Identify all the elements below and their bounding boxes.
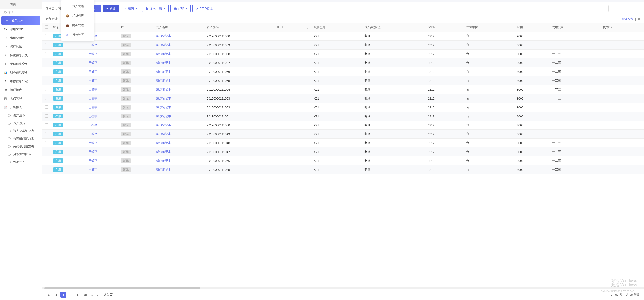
column-menu-icon[interactable]: ⋮ bbox=[356, 25, 360, 29]
edit-button[interactable]: ✎ 编辑 ▾ bbox=[121, 4, 140, 12]
sidebar-report-2[interactable]: 资产分类汇总表 bbox=[4, 127, 42, 135]
column-menu-icon[interactable]: ⋮ bbox=[638, 25, 641, 29]
table-row[interactable]: 在用 已签字 暂无 戴尔笔记本 20190000111052 X21 电脑 12… bbox=[42, 103, 644, 112]
row-checkbox[interactable] bbox=[45, 106, 48, 109]
new-button[interactable]: + 新建 bbox=[103, 4, 119, 12]
table-row[interactable]: 在用 已签字 暂无 戴尔笔记本 20190000111060 X21 电脑 12… bbox=[42, 32, 644, 41]
sidebar-item-5[interactable]: ✐维保信息变更 bbox=[0, 60, 42, 68]
column-menu-icon[interactable]: ⋮ bbox=[148, 25, 152, 29]
table-row[interactable]: 在用 已签字 暂无 戴尔笔记本 20190000111059 X21 电脑 12… bbox=[42, 41, 644, 50]
asset-name-link[interactable]: 戴尔笔记本 bbox=[156, 141, 171, 145]
column-menu-icon[interactable]: ⋮ bbox=[458, 25, 462, 29]
sidebar-item-1[interactable]: 🛡领用&退库 bbox=[0, 25, 42, 33]
sidebar-item-6[interactable]: 📊财务信息变更 bbox=[0, 68, 42, 77]
advanced-search-link[interactable]: 高级搜索 bbox=[621, 17, 633, 21]
sidebar-report-6[interactable]: 到期资产 bbox=[4, 158, 42, 166]
row-checkbox[interactable] bbox=[45, 168, 48, 171]
column-menu-icon[interactable]: ⋮ bbox=[306, 25, 309, 29]
table-row[interactable]: 在用 已签字 暂无 戴尔笔记本 20190000111050 X21 电脑 12… bbox=[42, 121, 644, 130]
sidebar-report-parent[interactable]: 📈 分析报表 ⌄ bbox=[0, 103, 42, 112]
asset-name-link[interactable]: 戴尔笔记本 bbox=[156, 114, 171, 118]
table-row[interactable]: 在用 已签字 暂无 戴尔笔记本 20190000111047 X21 电脑 12… bbox=[42, 148, 644, 156]
table-row[interactable]: 在用 已签字 暂无 戴尔笔记本 20190000111051 X21 电脑 12… bbox=[42, 112, 644, 121]
select-all-checkbox[interactable] bbox=[45, 25, 48, 28]
asset-name-link[interactable]: 戴尔笔记本 bbox=[156, 97, 171, 100]
sidebar-report-4[interactable]: 分类使用情况表 bbox=[4, 143, 42, 150]
column-menu-icon[interactable]: ⋮ bbox=[595, 25, 598, 29]
table-row[interactable]: 在用 已签字 暂无 戴尔笔记本 20190000111056 X21 电脑 12… bbox=[42, 67, 644, 76]
col-header-9[interactable]: 计量单位⋮ bbox=[464, 23, 515, 32]
col-header-6[interactable]: 规格型号⋮ bbox=[312, 23, 363, 32]
sidebar-item-7[interactable]: 🗎维修信息登记 bbox=[0, 77, 42, 86]
sidebar-report-1[interactable]: 资产履历 bbox=[4, 119, 42, 127]
asset-name-link[interactable]: 戴尔笔记本 bbox=[156, 159, 171, 162]
row-checkbox[interactable] bbox=[45, 159, 48, 162]
asset-name-link[interactable]: 戴尔笔记本 bbox=[156, 150, 171, 153]
col-header-10[interactable]: 金额⋮ bbox=[515, 23, 550, 32]
asset-name-link[interactable]: 戴尔笔记本 bbox=[156, 52, 171, 55]
pager-page-2[interactable]: 2 bbox=[68, 292, 74, 298]
row-checkbox[interactable] bbox=[45, 61, 48, 64]
sidebar-home[interactable]: ⌂ 首页 bbox=[0, 0, 42, 9]
row-checkbox[interactable] bbox=[45, 52, 48, 55]
col-header-5[interactable]: RFID⋮ bbox=[274, 23, 312, 32]
rfid-button[interactable]: ⟳ RFID管理 ▾ bbox=[192, 4, 219, 12]
sidebar-item-3[interactable]: ⇄资产调拨 bbox=[0, 42, 42, 51]
col-header-3[interactable]: 资产名称⋮ bbox=[154, 23, 205, 32]
row-checkbox[interactable] bbox=[45, 132, 48, 135]
asset-name-link[interactable]: 戴尔笔记本 bbox=[156, 88, 171, 91]
row-checkbox[interactable] bbox=[45, 34, 48, 37]
row-checkbox[interactable] bbox=[45, 97, 48, 100]
asset-name-link[interactable]: 戴尔笔记本 bbox=[156, 61, 171, 64]
row-checkbox[interactable] bbox=[45, 70, 48, 73]
asset-name-link[interactable]: 戴尔笔记本 bbox=[156, 123, 171, 127]
asset-name-link[interactable]: 戴尔笔记本 bbox=[156, 106, 171, 109]
sidebar-report-5[interactable]: 月增加对账表 bbox=[4, 150, 42, 158]
table-row[interactable]: 在用 已签字 暂无 戴尔笔记本 20190000111048 X21 电脑 12… bbox=[42, 139, 644, 148]
pager-size-select[interactable]: 50 ▾ bbox=[90, 292, 102, 298]
column-menu-icon[interactable]: ⋮ bbox=[420, 25, 423, 29]
table-row[interactable]: 在用 已签字 暂无 戴尔笔记本 20190000111049 X21 电脑 12… bbox=[42, 130, 644, 139]
asset-name-link[interactable]: 戴尔笔记本 bbox=[156, 132, 171, 136]
pager-page-1[interactable]: 1 bbox=[60, 292, 66, 298]
table-row[interactable]: 在用 已签字 暂无 戴尔笔记本 20190000111046 X21 电脑 12… bbox=[42, 156, 644, 165]
scroll-thumb[interactable] bbox=[44, 287, 200, 289]
table-row[interactable]: 在用 已签字 暂无 戴尔笔记本 20190000111053 X21 电脑 12… bbox=[42, 94, 644, 103]
col-header-2[interactable]: 片⋮ bbox=[119, 23, 154, 32]
asset-name-link[interactable]: 戴尔笔记本 bbox=[156, 79, 171, 82]
row-checkbox[interactable] bbox=[45, 43, 48, 46]
asset-name-link[interactable]: 戴尔笔记本 bbox=[156, 70, 171, 73]
row-checkbox[interactable] bbox=[45, 141, 48, 144]
dropdown-item-0[interactable]: ☰资产管理 bbox=[61, 1, 94, 11]
asset-name-link[interactable]: 戴尔笔记本 bbox=[156, 168, 171, 171]
row-checkbox[interactable] bbox=[45, 79, 48, 82]
col-header-4[interactable]: 资产编码⋮ bbox=[205, 23, 274, 32]
asset-name-link[interactable]: 戴尔笔记本 bbox=[156, 43, 171, 47]
sidebar-item-4[interactable]: ✎实物信息变更 bbox=[0, 51, 42, 60]
col-header-11[interactable]: 使用公司⋮ bbox=[550, 23, 601, 32]
sidebar-item-0[interactable]: ✉资产入库 bbox=[1, 16, 40, 25]
horizontal-scrollbar[interactable] bbox=[42, 287, 644, 289]
import-export-button[interactable]: ⇅ 导入/导出 ▾ bbox=[142, 4, 169, 12]
column-menu-icon[interactable]: ⋮ bbox=[509, 25, 512, 29]
dropdown-item-2[interactable]: 💼财务管理 bbox=[61, 20, 94, 30]
dropdown-item-3[interactable]: ⚙系统设置 bbox=[61, 30, 94, 40]
table-scroll[interactable]: 状态⋮片⋮资产名称⋮资产编码⋮RFID⋮规格型号⋮资产类别(短)⋮SN号⋮计量单… bbox=[42, 23, 644, 287]
col-header-7[interactable]: 资产类别(短)⋮ bbox=[362, 23, 426, 32]
column-menu-icon[interactable]: ⋮ bbox=[268, 25, 271, 29]
column-menu-icon[interactable]: ⋮ bbox=[544, 25, 548, 29]
sidebar-item-9[interactable]: ☑盘点管理 bbox=[0, 94, 42, 103]
pager-last[interactable]: ⏭ bbox=[82, 292, 88, 298]
dropdown-item-1[interactable]: 📦耗材管理 bbox=[61, 11, 94, 20]
search-input[interactable] bbox=[608, 5, 640, 12]
table-row[interactable]: 在用 已签字 暂无 戴尔笔记本 20190000111055 X21 电脑 12… bbox=[42, 76, 644, 85]
asset-name-link[interactable]: 戴尔笔记本 bbox=[156, 34, 171, 38]
sidebar-report-3[interactable]: 公司部门汇总表 bbox=[4, 135, 42, 143]
sidebar-report-0[interactable]: 资产清单 bbox=[4, 112, 42, 119]
table-row[interactable]: 在用 已签字 暂无 戴尔笔记本 20190000111054 X21 电脑 12… bbox=[42, 85, 644, 94]
column-menu-icon[interactable]: ⋮ bbox=[199, 25, 202, 29]
table-row[interactable]: 在用 已签字 暂无 戴尔笔记本 20190000111057 X21 电脑 12… bbox=[42, 58, 644, 67]
row-checkbox[interactable] bbox=[45, 88, 48, 91]
row-checkbox[interactable] bbox=[45, 123, 48, 127]
table-row[interactable]: 在用 已签字 暂无 戴尔笔记本 20190000111058 X21 电脑 12… bbox=[42, 50, 644, 58]
